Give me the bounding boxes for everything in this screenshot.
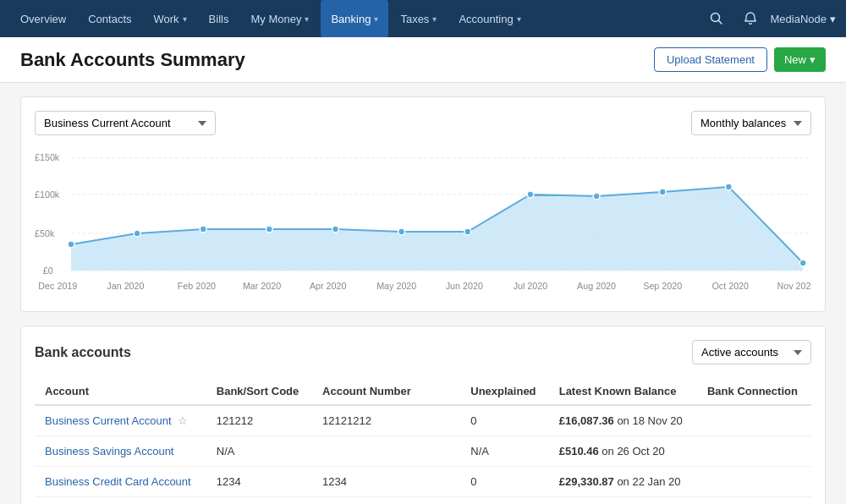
x-label-apr2020: Apr 2020: [310, 281, 347, 291]
balance-cell-0: £16,087.36 on 18 Nov 20: [549, 405, 697, 436]
nav-label-overview: Overview: [20, 13, 66, 25]
table-section: Bank accounts Active accounts All accoun…: [20, 326, 826, 504]
search-icon[interactable]: [703, 5, 730, 32]
account-select[interactable]: Business Current Account Business Saving…: [35, 111, 216, 135]
nav-label-taxes: Taxes: [400, 13, 429, 25]
nav-item-taxes[interactable]: Taxes ▾: [390, 0, 447, 37]
x-label-oct2020: Oct 2020: [712, 281, 750, 291]
header-actions: Upload Statement New ▾: [654, 47, 826, 72]
page-title: Bank Accounts Summary: [20, 49, 245, 71]
nav-item-bills[interactable]: Bills: [199, 0, 239, 37]
unexplained-cell-0: 0: [460, 405, 548, 436]
user-name: MediaNode: [771, 13, 827, 25]
y-label-100k: £100k: [35, 189, 60, 200]
new-chevron-icon: ▾: [810, 53, 816, 66]
account-link-creditcard[interactable]: Business Credit Card Account: [45, 475, 191, 488]
y-label-150k: £150k: [35, 152, 60, 162]
sort-code-cell-1: N/A: [206, 436, 312, 467]
sort-code-cell-3: N/A: [206, 497, 312, 505]
banking-chevron-icon: ▾: [374, 14, 378, 24]
chart-section: Business Current Account Business Saving…: [20, 96, 826, 312]
table-row: Business Current Account ☆ 121212 121212…: [35, 405, 811, 436]
balance-cell-1: £510.46 on 26 Oct 20: [549, 436, 697, 467]
x-label-sep2020: Sep 2020: [643, 281, 682, 291]
table-body: Business Current Account ☆ 121212 121212…: [35, 405, 811, 504]
x-label-dec2019: Dec 2019: [38, 281, 77, 291]
bell-icon[interactable]: [737, 5, 764, 32]
chart-dot-nov2020: [799, 260, 806, 266]
account-filter-select[interactable]: Active accounts All accounts Inactive ac…: [692, 340, 811, 364]
chart-dot-apr2020: [332, 226, 339, 233]
nav-label-bills: Bills: [209, 13, 229, 25]
balance-date-1: on 26 Oct 20: [602, 445, 664, 457]
chart-dot-aug2020: [593, 193, 600, 200]
table-head: Account Bank/Sort Code Account Number Un…: [35, 378, 811, 405]
table-title: Bank accounts: [35, 345, 131, 360]
nav-label-mymoney: My Money: [250, 13, 301, 25]
chart-dot-sep2020: [659, 189, 666, 195]
user-menu[interactable]: MediaNode ▾: [771, 13, 837, 25]
chart-dot-jan2020: [134, 230, 140, 237]
nav-item-mymoney[interactable]: My Money ▾: [240, 0, 319, 37]
account-link-current[interactable]: Business Current Account: [45, 414, 172, 427]
accounts-table: Account Bank/Sort Code Account Number Un…: [35, 378, 811, 504]
chart-dot-jul2020: [527, 191, 534, 198]
x-label-aug2020: Aug 2020: [577, 281, 616, 291]
y-label-50k: £50k: [35, 228, 55, 238]
accounting-chevron-icon: ▾: [517, 14, 521, 24]
x-label-nov2020: Nov 2020: [777, 281, 811, 291]
nav-item-overview[interactable]: Overview: [10, 0, 76, 37]
col-sort-code: Bank/Sort Code: [206, 378, 312, 405]
table-header-row: Account Bank/Sort Code Account Number Un…: [35, 378, 811, 405]
chart-fill: [71, 187, 803, 271]
main-content: Business Current Account Business Saving…: [0, 83, 846, 504]
nav-item-contacts[interactable]: Contacts: [78, 0, 141, 37]
nav-label-work: Work: [154, 13, 179, 25]
chart-controls: Business Current Account Business Saving…: [35, 111, 811, 135]
sort-code-cell-0: 121212: [206, 405, 312, 436]
connection-cell-0: [697, 405, 811, 436]
nav-label-contacts: Contacts: [88, 13, 131, 25]
balance-amount-1: £510.46: [559, 445, 599, 457]
mymoney-chevron-icon: ▾: [305, 14, 309, 24]
account-number-cell-0: 12121212: [312, 405, 460, 436]
table-section-header: Bank accounts Active accounts All accoun…: [35, 340, 811, 364]
work-chevron-icon: ▾: [183, 14, 187, 24]
unexplained-cell-2: 0: [460, 467, 548, 497]
nav-item-work[interactable]: Work ▾: [144, 0, 197, 37]
sort-code-cell-2: 1234: [206, 467, 312, 497]
x-label-may2020: May 2020: [376, 281, 416, 291]
x-label-jan2020: Jan 2020: [107, 281, 144, 291]
nav-label-banking: Banking: [331, 13, 371, 25]
nav-item-accounting[interactable]: Accounting ▾: [448, 0, 530, 37]
account-name-cell: Business Credit Card Account: [35, 467, 206, 497]
svg-line-1: [718, 21, 722, 25]
chart-svg: £150k £100k £50k £0: [35, 145, 811, 298]
nav-item-banking[interactable]: Banking ▾: [321, 0, 388, 37]
account-name-cell: Business Savings Account: [35, 436, 206, 467]
x-label-jun2020: Jun 2020: [446, 281, 483, 291]
account-link-savings[interactable]: Business Savings Account: [45, 445, 173, 457]
connection-cell-1: [697, 436, 811, 467]
account-number-cell-1: [312, 436, 460, 467]
chart-area: £150k £100k £50k £0: [35, 145, 811, 298]
chart-dot-mar2020: [266, 226, 272, 233]
y-label-0: £0: [43, 266, 53, 276]
new-button[interactable]: New ▾: [774, 47, 826, 72]
chart-dot-may2020: [398, 228, 405, 235]
x-label-jul2020: Jul 2020: [514, 281, 548, 291]
chart-dot-jun2020: [464, 228, 471, 235]
balance-amount-2: £29,330.87: [559, 475, 614, 488]
nav-label-accounting: Accounting: [459, 13, 513, 25]
balance-cell-2: £29,330.87 on 22 Jan 20: [549, 467, 697, 497]
upload-statement-button[interactable]: Upload Statement: [654, 47, 767, 72]
col-connection: Bank Connection: [697, 378, 811, 405]
col-unexplained: Unexplained: [460, 378, 548, 405]
balance-type-select[interactable]: Monthly balances Daily balances: [691, 111, 811, 135]
col-balance: Latest Known Balance: [549, 378, 697, 405]
chart-dot-dec2019: [68, 241, 74, 248]
chart-dot-oct2020: [725, 184, 732, 190]
table-row: Business Credit Card Account 1234 1234 0…: [35, 467, 811, 497]
star-icon[interactable]: ☆: [178, 414, 188, 427]
balance-amount-0: £16,087.36: [559, 414, 614, 427]
